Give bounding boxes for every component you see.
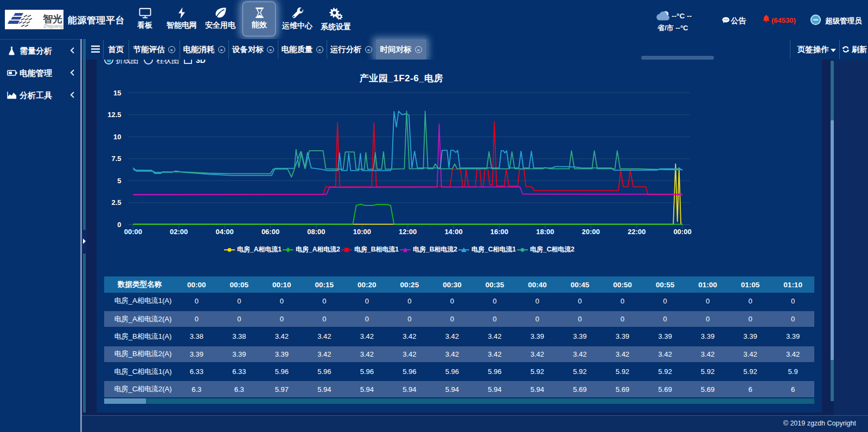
svg-text:15: 15 — [113, 89, 121, 97]
svg-text:Zhiguang: Zhiguang — [43, 23, 63, 29]
svg-text:16:00: 16:00 — [490, 228, 508, 236]
svg-text:04:00: 04:00 — [215, 228, 233, 236]
svg-text:08:00: 08:00 — [307, 228, 325, 236]
svg-text:10: 10 — [113, 133, 121, 141]
svg-text:12:00: 12:00 — [399, 228, 417, 236]
svg-text:00:00: 00:00 — [673, 228, 691, 236]
svg-text:20:00: 20:00 — [582, 228, 600, 236]
svg-text:22:00: 22:00 — [628, 228, 646, 236]
svg-text:5: 5 — [117, 177, 121, 185]
svg-text:06:00: 06:00 — [261, 228, 279, 236]
svg-text:00:00: 00:00 — [124, 228, 142, 236]
svg-text:2.5: 2.5 — [111, 198, 121, 207]
svg-text:10:00: 10:00 — [353, 228, 371, 236]
svg-text:0: 0 — [117, 221, 121, 229]
svg-text:7.5: 7.5 — [111, 154, 121, 163]
svg-text:02:00: 02:00 — [170, 228, 188, 236]
svg-text:12.5: 12.5 — [107, 111, 121, 119]
svg-text:18:00: 18:00 — [536, 228, 554, 236]
svg-text:14:00: 14:00 — [444, 228, 462, 236]
